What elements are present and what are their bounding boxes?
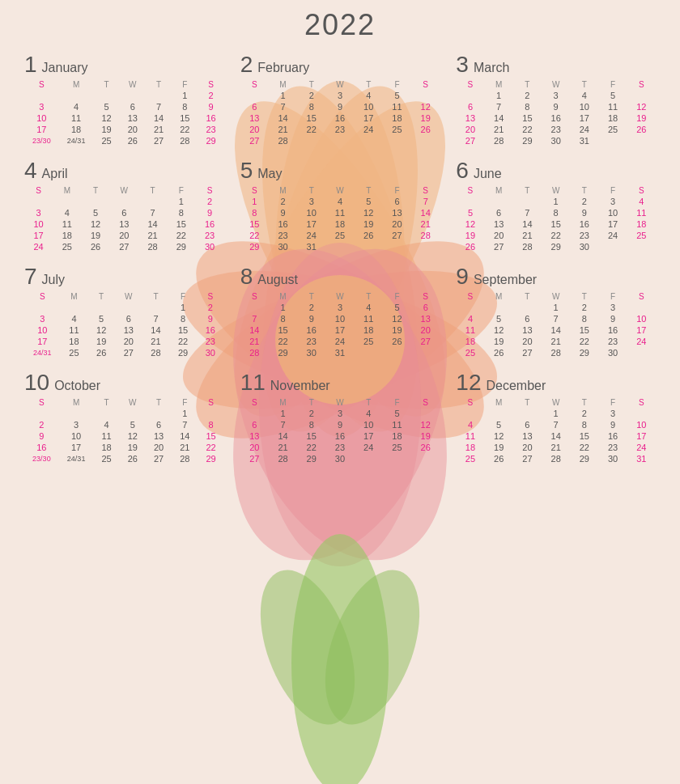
month-name: September xyxy=(474,273,537,287)
calendar-day xyxy=(59,90,94,101)
month-block-october: 10OctoberSMTWTFS123456789101112131415161… xyxy=(24,368,224,468)
calendar-day: 3 xyxy=(325,408,354,419)
calendar-day: 20 xyxy=(513,336,542,347)
calendar-day: 26 xyxy=(456,241,484,252)
month-header-october: 10October xyxy=(24,371,224,394)
calendar-day: 30 xyxy=(195,241,223,252)
calendar-day: 27 xyxy=(146,453,172,464)
calendar-day xyxy=(355,135,383,146)
calendar-day: 26 xyxy=(355,230,383,241)
calendar-day: 17 xyxy=(627,430,656,442)
calendar-day: 16 xyxy=(325,430,354,442)
calendar-day: 20 xyxy=(485,230,513,241)
calendar-day xyxy=(627,135,656,146)
calendar-day: 25 xyxy=(456,347,484,358)
calendar-day: 21 xyxy=(542,442,570,453)
calendar-day: 24 xyxy=(599,230,627,241)
dow-header: S xyxy=(627,185,656,196)
calendar-day: 30 xyxy=(570,241,598,252)
calendar-day: 20 xyxy=(240,124,269,135)
calendar-day: 13 xyxy=(146,430,172,442)
calendar-day: 19 xyxy=(120,442,146,453)
calendar-day: 10 xyxy=(325,313,354,324)
calendar-day: 14 xyxy=(513,218,542,230)
calendar-day: 12 xyxy=(383,313,411,324)
month-block-july: 7JulySMTWTFS1234567891011121314151617181… xyxy=(24,262,224,362)
dow-header: M xyxy=(485,397,513,408)
calendar-table: SMTWTFS123456789101112131415161718192021… xyxy=(24,185,224,252)
calendar-day: 3 xyxy=(325,302,354,313)
calendar-day xyxy=(24,196,53,207)
calendar-day xyxy=(355,241,383,252)
calendar-day: 9 xyxy=(542,101,570,112)
calendar-table: SMTWTFS123456789101112131415161718192021… xyxy=(456,79,656,146)
month-header-june: 6June xyxy=(456,159,656,182)
dow-header: S xyxy=(456,397,484,408)
calendar-day: 31 xyxy=(627,453,656,464)
dow-header: S xyxy=(411,397,440,408)
calendar-day: 27 xyxy=(146,135,172,146)
calendar-day: 16 xyxy=(198,112,223,124)
dow-header: M xyxy=(485,79,513,90)
calendar-day: 15 xyxy=(240,218,269,230)
calendar-day xyxy=(411,135,440,146)
calendar-day: 4 xyxy=(456,313,484,324)
dow-header: S xyxy=(627,79,656,90)
calendar-day: 15 xyxy=(167,218,195,230)
dow-header: M xyxy=(269,185,297,196)
month-number: 4 xyxy=(24,159,37,182)
calendar-day: 14 xyxy=(138,218,167,230)
dow-header: S xyxy=(195,185,223,196)
calendar-day: 10 xyxy=(599,207,627,218)
calendar-day xyxy=(94,408,120,419)
calendar-day: 16 xyxy=(24,442,59,453)
calendar-day: 4 xyxy=(456,419,484,430)
dow-header: F xyxy=(167,185,195,196)
dow-header: M xyxy=(59,397,94,408)
calendar-day: 14 xyxy=(542,430,570,442)
calendar-day xyxy=(138,196,167,207)
calendar-day: 2 xyxy=(297,408,325,419)
calendar-day: 9 xyxy=(599,313,627,324)
calendar-day xyxy=(627,408,656,419)
dow-header: T xyxy=(94,79,120,90)
calendar-day: 6 xyxy=(456,101,484,112)
calendar-day: 7 xyxy=(240,313,269,324)
calendar-day: 5 xyxy=(485,313,513,324)
calendar-day xyxy=(24,90,59,101)
dow-header: W xyxy=(325,397,354,408)
month-number: 7 xyxy=(24,265,37,288)
calendar-day xyxy=(87,302,115,313)
month-block-september: 9SeptemberSMTWTFS12345678910111213141516… xyxy=(456,262,656,362)
calendar-day: 2 xyxy=(297,302,325,313)
dow-header: T xyxy=(297,79,325,90)
calendar-day: 18 xyxy=(325,218,354,230)
calendar-day: 11 xyxy=(599,101,627,112)
calendar-day: 17 xyxy=(325,324,354,336)
month-header-december: 12December xyxy=(456,371,656,394)
calendar-day: 19 xyxy=(456,230,484,241)
calendar-day: 4 xyxy=(61,313,88,324)
dow-header: F xyxy=(383,185,411,196)
calendar-day: 13 xyxy=(240,112,269,124)
calendar-day: 9 xyxy=(197,313,224,324)
calendar-day: 13 xyxy=(383,207,411,218)
dow-header: W xyxy=(542,185,570,196)
calendar-day: 19 xyxy=(411,112,440,124)
dow-header: T xyxy=(513,79,542,90)
month-header-april: 4April xyxy=(24,159,224,182)
month-number: 10 xyxy=(24,371,49,394)
calendar-day: 20 xyxy=(110,230,138,241)
calendar-day xyxy=(325,135,354,146)
month-name: November xyxy=(270,379,330,393)
calendar-day: 24 xyxy=(355,124,383,135)
calendar-day: 8 xyxy=(172,101,198,112)
calendar-table: SMTWTFS123456789101112131415161718192021… xyxy=(24,397,224,464)
month-name: February xyxy=(257,61,309,75)
month-number: 11 xyxy=(240,371,266,394)
calendar-day xyxy=(240,90,269,101)
calendar-day: 14 xyxy=(142,324,170,336)
calendar-day: 12 xyxy=(456,218,484,230)
calendar-day: 16 xyxy=(599,430,627,442)
month-number: 3 xyxy=(456,53,469,76)
